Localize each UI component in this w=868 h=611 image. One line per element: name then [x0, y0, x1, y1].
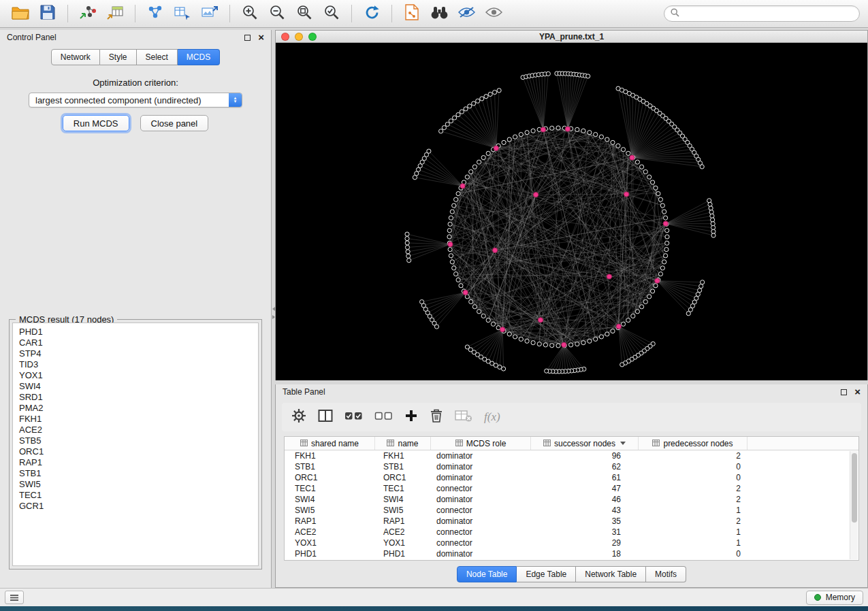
table-row[interactable]: SWI5SWI5connector431 — [285, 505, 850, 516]
cell-mcds_role: connector — [431, 527, 531, 537]
refresh-view-button[interactable] — [359, 3, 384, 24]
result-node[interactable]: RAP1 — [19, 457, 252, 468]
result-node[interactable]: SWI4 — [19, 381, 252, 392]
result-node[interactable]: YOX1 — [19, 370, 252, 381]
close-panel-icon[interactable]: × — [854, 389, 861, 395]
show-all-button[interactable] — [481, 3, 506, 24]
table-row[interactable]: FKH1FKH1dominator962 — [285, 450, 850, 461]
result-node[interactable]: TEC1 — [19, 490, 252, 501]
column-header-MCDS-role[interactable]: MCDS role — [431, 437, 531, 450]
close-panel-button[interactable]: Close panel — [140, 115, 209, 131]
run-mcds-button[interactable]: Run MCDS — [63, 115, 129, 131]
memory-button[interactable]: Memory — [806, 591, 863, 605]
table-row[interactable]: YOX1YOX1connector291 — [285, 538, 850, 548]
import-table-icon — [106, 5, 124, 22]
tab-mcds[interactable]: MCDS — [178, 49, 220, 65]
table-row[interactable]: ACE2ACE2connector311 — [285, 527, 850, 538]
column-header-name[interactable]: name — [375, 437, 431, 450]
tab-edge-table[interactable]: Edge Table — [517, 566, 576, 582]
criterion-select[interactable]: largest connected component (undirected)… — [29, 93, 242, 108]
result-node[interactable]: TID3 — [19, 359, 252, 370]
find-button[interactable] — [427, 3, 451, 24]
search-icon — [671, 7, 679, 20]
close-panel-icon[interactable]: × — [258, 34, 264, 41]
table-row[interactable]: RAP1RAP1dominator352 — [285, 516, 850, 527]
table-row[interactable]: STB1STB1dominator620 — [285, 461, 850, 472]
result-node[interactable]: PMA2 — [19, 403, 252, 414]
cell-shared_name: ACE2 — [285, 527, 375, 537]
open-folder-icon — [12, 5, 29, 22]
vertical-splitter[interactable] — [272, 30, 275, 588]
table-header-row: shared namenameMCDS rolesuccessor nodesp… — [285, 437, 858, 450]
tab-motifs[interactable]: Motifs — [646, 566, 686, 582]
result-node[interactable]: ORC1 — [19, 446, 252, 457]
column-header-successor-nodes[interactable]: successor nodes — [531, 437, 639, 450]
tab-node-table[interactable]: Node Table — [457, 566, 517, 582]
float-panel-icon[interactable] — [841, 389, 847, 395]
tab-network[interactable]: Network — [51, 49, 100, 65]
column-grid-icon — [455, 439, 463, 448]
import-network-from-file-button[interactable] — [76, 3, 100, 24]
cell-shared_name: RAP1 — [285, 516, 375, 526]
add-column-button[interactable] — [404, 409, 418, 425]
table-row[interactable]: PHD1PHD1dominator180 — [285, 548, 850, 559]
table-row[interactable]: TEC1TEC1connector472 — [285, 483, 850, 494]
table-settings-button[interactable] — [291, 408, 306, 426]
float-panel-icon[interactable] — [244, 35, 251, 41]
export-document-button[interactable] — [400, 3, 424, 24]
control-panel-title: Control Panel — [7, 33, 57, 42]
zoom-selected-icon — [323, 4, 340, 24]
clone-network-button[interactable] — [170, 3, 195, 24]
chevron-down-icon — [620, 442, 626, 445]
show-columns-button[interactable] — [318, 409, 333, 425]
tab-network-table[interactable]: Network Table — [576, 566, 646, 582]
result-node[interactable]: CAR1 — [19, 337, 252, 348]
new-network-button[interactable] — [143, 3, 167, 24]
result-node[interactable]: SRD1 — [19, 392, 252, 403]
import-table-from-file-button[interactable] — [103, 3, 127, 24]
tab-select[interactable]: Select — [137, 49, 178, 65]
hide-selection-button[interactable] — [454, 3, 479, 24]
toolbar-search[interactable] — [664, 5, 860, 22]
column-header-shared-name[interactable]: shared name — [285, 437, 375, 450]
zoom-in-button[interactable] — [238, 3, 262, 24]
result-node[interactable]: STB5 — [19, 435, 252, 446]
mcds-result-list[interactable]: PHD1CAR1STP4TID3YOX1SWI4SRD1PMA2FKH1ACE2… — [12, 323, 259, 566]
result-node[interactable]: SWI5 — [19, 479, 252, 490]
zoom-fit-button[interactable] — [292, 3, 317, 24]
table-scrollbar[interactable] — [850, 451, 858, 559]
delete-table-button[interactable] — [455, 410, 472, 425]
zoom-selected-button[interactable] — [319, 3, 344, 24]
open-file-button[interactable] — [8, 3, 33, 24]
zoom-out-icon — [269, 4, 286, 24]
result-node[interactable]: GCR1 — [19, 501, 252, 512]
save-session-button[interactable] — [35, 3, 60, 24]
zoom-out-button[interactable] — [265, 3, 289, 24]
network-nodes-icon — [147, 5, 163, 22]
network-canvas[interactable] — [276, 43, 867, 380]
result-node[interactable]: FKH1 — [19, 414, 252, 425]
apply-function-button[interactable]: f(x) — [484, 410, 500, 424]
result-node[interactable]: ACE2 — [19, 425, 252, 435]
memory-label: Memory — [826, 593, 855, 602]
select-all-button[interactable] — [344, 411, 363, 423]
optimization-criterion-label: Optimization criterion: — [0, 78, 271, 88]
cell-mcds_role: dominator — [431, 549, 531, 559]
refresh-icon — [364, 4, 381, 24]
column-header-predecessor-nodes[interactable]: predecessor nodes — [639, 437, 748, 450]
delete-column-button[interactable] — [430, 408, 443, 426]
deselect-all-button[interactable] — [374, 411, 393, 423]
cell-predecessor_nodes: 0 — [639, 549, 748, 559]
tab-style[interactable]: Style — [100, 49, 137, 65]
result-node[interactable]: STP4 — [19, 348, 252, 359]
image-export-icon — [201, 5, 219, 22]
export-network-image-button[interactable] — [197, 3, 222, 24]
scrollbar-thumb[interactable] — [852, 453, 857, 523]
result-node[interactable]: PHD1 — [19, 327, 252, 337]
splitter-grip-icon[interactable] — [272, 307, 275, 319]
result-node[interactable]: STB1 — [19, 468, 252, 479]
table-row[interactable]: SWI4SWI4dominator462 — [285, 494, 850, 505]
table-row[interactable]: ORC1ORC1dominator610 — [285, 472, 850, 483]
task-history-button[interactable] — [5, 591, 24, 604]
search-input[interactable] — [684, 9, 853, 18]
